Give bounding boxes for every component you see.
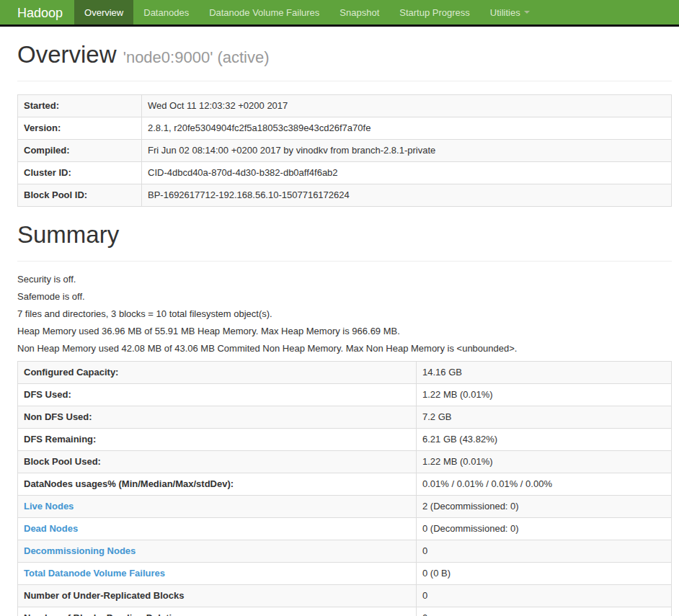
nav-item-overview[interactable]: Overview [74, 0, 133, 24]
row-value: 0 (0 B) [417, 563, 672, 585]
summary-table: Configured Capacity:14.16 GBDFS Used:1.2… [17, 361, 672, 616]
table-row: Dead Nodes0 (Decommissioned: 0) [18, 518, 672, 540]
table-row: Number of Under-Replicated Blocks0 [18, 585, 672, 607]
table-row: DFS Remaining:6.21 GB (43.82%) [18, 429, 672, 451]
overview-title-text: Overview [17, 41, 117, 68]
summary-note: Security is off. [17, 274, 672, 284]
row-value: 0 [417, 540, 672, 563]
table-row: DFS Used:1.22 MB (0.01%) [18, 384, 672, 406]
row-value: CID-4dbcd40a-870d-4d30-b382-db0aff4f6ab2 [142, 162, 672, 184]
row-value: 6.21 GB (43.82%) [417, 429, 672, 451]
row-label-dfs-used: DFS Used: [18, 384, 417, 406]
nav-item-label: Snapshot [340, 7, 379, 18]
table-row: Number of Blocks Pending Deletion0 [18, 607, 672, 616]
row-label-live-nodes: Live Nodes [18, 496, 417, 518]
table-row: Version:2.8.1, r20fe5304904fc2f5a18053c3… [18, 117, 672, 140]
namenode-info-table: Started:Wed Oct 11 12:03:32 +0200 2017Ve… [17, 94, 672, 207]
row-label-configured-capacity: Configured Capacity: [18, 362, 417, 384]
row-label-number-of-under-replicated-blocks: Number of Under-Replicated Blocks [18, 585, 417, 607]
row-value: BP-1692617712-192.168.56.10-150771617262… [142, 184, 672, 207]
table-row: Total Datanode Volume Failures0 (0 B) [18, 563, 672, 585]
nav-item-label: Overview [84, 7, 123, 18]
row-value: 0 [417, 585, 672, 607]
row-value: 1.22 MB (0.01%) [417, 451, 672, 473]
table-row: Started:Wed Oct 11 12:03:32 +0200 2017 [18, 95, 672, 117]
nav-item-startup-progress[interactable]: Startup Progress [389, 0, 480, 24]
row-value: 2 (Decommissioned: 0) [417, 496, 672, 518]
namenode-address-subtitle: 'node0:9000' (active) [123, 48, 270, 66]
dead-nodes-link[interactable]: Dead Nodes [24, 523, 78, 534]
nav-item-label: Datanodes [143, 7, 189, 18]
nav-item-label: Utilities [490, 7, 520, 18]
table-row: Non DFS Used:7.2 GB [18, 406, 672, 429]
row-label-decommissioning-nodes: Decommissioning Nodes [18, 540, 417, 563]
row-label-block-pool-used: Block Pool Used: [18, 451, 417, 473]
nav-item-label: Startup Progress [399, 7, 470, 18]
row-value: 7.2 GB [417, 406, 672, 429]
chevron-down-icon [524, 11, 530, 14]
summary-notes: Security is off.Safemode is off.7 files … [17, 274, 672, 353]
nav-item-label: Datanode Volume Failures [209, 7, 319, 18]
row-label-compiled: Compiled: [18, 140, 142, 162]
row-value: 0.01% / 0.01% / 0.01% / 0.00% [417, 473, 672, 496]
row-value: 14.16 GB [417, 362, 672, 384]
row-label-dfs-remaining: DFS Remaining: [18, 429, 417, 451]
table-row: Compiled:Fri Jun 02 08:14:00 +0200 2017 … [18, 140, 672, 162]
table-row: Cluster ID:CID-4dbcd40a-870d-4d30-b382-d… [18, 162, 672, 184]
live-nodes-link[interactable]: Live Nodes [24, 501, 74, 512]
row-label-datanodes-usages-min-median-max-stddev: DataNodes usages% (Min/Median/Max/stdDev… [18, 473, 417, 496]
table-row: Configured Capacity:14.16 GB [18, 362, 672, 384]
summary-note: Heap Memory used 36.96 MB of 55.91 MB He… [17, 326, 672, 336]
table-row: DataNodes usages% (Min/Median/Max/stdDev… [18, 473, 672, 496]
row-value: Wed Oct 11 12:03:32 +0200 2017 [142, 95, 672, 117]
row-label-started: Started: [18, 95, 142, 117]
row-value: 2.8.1, r20fe5304904fc2f5a18053c389e43cd2… [142, 117, 672, 140]
table-row: Block Pool Used:1.22 MB (0.01%) [18, 451, 672, 473]
table-row: Decommissioning Nodes0 [18, 540, 672, 563]
table-row: Block Pool ID:BP-1692617712-192.168.56.1… [18, 184, 672, 207]
row-value: Fri Jun 02 08:14:00 +0200 2017 by vinodk… [142, 140, 672, 162]
row-label-block-pool-id: Block Pool ID: [18, 184, 142, 207]
row-value: 0 [417, 607, 672, 616]
summary-note: Safemode is off. [17, 292, 672, 301]
overview-page-title: Overview 'node0:9000' (active) [17, 41, 672, 68]
nav-item-snapshot[interactable]: Snapshot [329, 0, 389, 24]
total-datanode-volume-failures-link[interactable]: Total Datanode Volume Failures [24, 568, 165, 579]
divider [17, 261, 672, 262]
row-label-number-of-blocks-pending-deletion: Number of Blocks Pending Deletion [18, 607, 417, 616]
summary-note: 7 files and directories, 3 blocks = 10 t… [17, 309, 672, 318]
nav-item-datanodes[interactable]: Datanodes [133, 0, 199, 24]
summary-section-title: Summary [17, 221, 672, 249]
row-label-cluster-id: Cluster ID: [18, 162, 142, 184]
row-value: 1.22 MB (0.01%) [417, 384, 672, 406]
nav-item-datanode-volume-failures[interactable]: Datanode Volume Failures [199, 0, 329, 24]
divider [17, 81, 672, 81]
summary-note: Non Heap Memory used 42.08 MB of 43.06 M… [17, 344, 672, 353]
decommissioning-nodes-link[interactable]: Decommissioning Nodes [24, 545, 136, 556]
row-label-total-datanode-volume-failures: Total Datanode Volume Failures [18, 563, 417, 585]
hadoop-brand[interactable]: Hadoop [0, 0, 74, 24]
page-content: Overview 'node0:9000' (active) Started:W… [0, 41, 679, 616]
nav-item-utilities[interactable]: Utilities [480, 0, 540, 24]
top-navbar: Hadoop OverviewDatanodesDatanode Volume … [0, 0, 679, 27]
nav-menu: OverviewDatanodesDatanode Volume Failure… [74, 0, 540, 24]
row-value: 0 (Decommissioned: 0) [417, 518, 672, 540]
row-label-dead-nodes: Dead Nodes [18, 518, 417, 540]
table-row: Live Nodes2 (Decommissioned: 0) [18, 496, 672, 518]
row-label-non-dfs-used: Non DFS Used: [18, 406, 417, 429]
row-label-version: Version: [18, 117, 142, 140]
